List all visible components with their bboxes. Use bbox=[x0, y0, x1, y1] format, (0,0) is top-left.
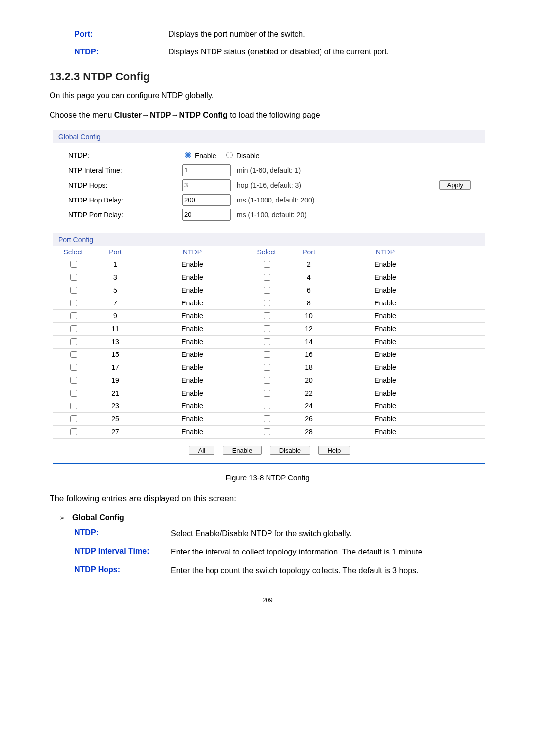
port-ntdp-status: Enable bbox=[138, 325, 247, 333]
port-select-checkbox[interactable] bbox=[70, 415, 77, 422]
port-select-checkbox[interactable] bbox=[70, 377, 77, 384]
port-number: 22 bbox=[286, 389, 331, 397]
port-ntdp-status: Enable bbox=[331, 260, 440, 268]
entry-desc: Enter the hop count the switch topology … bbox=[171, 565, 485, 576]
top-definitions: Port: Displays the port number of the sw… bbox=[50, 30, 485, 56]
port-select-checkbox[interactable] bbox=[70, 338, 77, 345]
port-ntdp-status: Enable bbox=[331, 325, 440, 333]
enable-button[interactable]: Enable bbox=[223, 446, 262, 455]
entry-term: NTDP: bbox=[74, 528, 171, 539]
def-term: Port: bbox=[50, 30, 168, 39]
entry-term: NTDP Hops: bbox=[74, 565, 171, 576]
apply-button[interactable]: Apply bbox=[439, 180, 471, 190]
port-config-header: Port Config bbox=[54, 233, 485, 246]
port-select-checkbox[interactable] bbox=[264, 377, 270, 384]
port-number: 12 bbox=[286, 325, 331, 333]
hops-input[interactable] bbox=[182, 179, 231, 191]
port-ntdp-status: Enable bbox=[331, 338, 440, 346]
entry-row: NTDP Hops: Enter the hop count the switc… bbox=[74, 565, 485, 576]
port-select-checkbox[interactable] bbox=[264, 325, 270, 332]
port-ntdp-status: Enable bbox=[331, 286, 440, 294]
gc-hint: hop (1-16, default: 3) bbox=[237, 181, 439, 189]
help-button[interactable]: Help bbox=[318, 446, 350, 455]
port-select-checkbox[interactable] bbox=[264, 364, 270, 371]
port-select-checkbox[interactable] bbox=[264, 338, 270, 345]
port-number: 9 bbox=[93, 312, 138, 320]
port-number: 10 bbox=[286, 312, 331, 320]
port-select-checkbox[interactable] bbox=[264, 390, 270, 397]
all-button[interactable]: All bbox=[189, 446, 214, 455]
port-number: 15 bbox=[93, 351, 138, 358]
entry-term: NTDP Interval Time: bbox=[74, 547, 171, 557]
ntdp-disable-radio[interactable] bbox=[226, 152, 233, 158]
port-select-checkbox[interactable] bbox=[264, 403, 270, 409]
col-port-right: Port bbox=[286, 248, 331, 256]
enable-label: Enable bbox=[195, 152, 216, 160]
table-row: 7Enable8Enable bbox=[54, 297, 485, 310]
gc-row-hop-delay: NTDP Hop Delay: ms (1-1000, default: 200… bbox=[68, 193, 485, 207]
figure-wrap: Global Config NTDP: Enable Disable NTP I… bbox=[54, 130, 485, 464]
table-row: 25Enable26Enable bbox=[54, 413, 485, 426]
disable-button[interactable]: Disable bbox=[270, 446, 310, 455]
table-row: 1Enable2Enable bbox=[54, 258, 485, 271]
port-select-checkbox[interactable] bbox=[264, 261, 270, 268]
gc-hint: ms (1-100, default: 20) bbox=[237, 211, 485, 219]
entry-row: NTDP: Select Enable/Disable NTDP for the… bbox=[74, 528, 485, 539]
port-ntdp-status: Enable bbox=[138, 363, 247, 371]
port-number: 25 bbox=[93, 415, 138, 423]
ntdp-disable-option[interactable]: Disable bbox=[224, 152, 260, 160]
port-select-checkbox[interactable] bbox=[70, 403, 77, 409]
ntdp-enable-radio[interactable] bbox=[185, 152, 191, 158]
menu-suffix: to load the following page. bbox=[228, 111, 322, 119]
port-select-checkbox[interactable] bbox=[264, 287, 270, 294]
port-ntdp-status: Enable bbox=[331, 376, 440, 384]
port-select-checkbox[interactable] bbox=[264, 428, 270, 435]
ntdp-enable-option[interactable]: Enable bbox=[182, 152, 216, 160]
port-select-checkbox[interactable] bbox=[70, 364, 77, 371]
port-select-checkbox[interactable] bbox=[70, 428, 77, 435]
port-select-checkbox[interactable] bbox=[70, 287, 77, 294]
port-select-checkbox[interactable] bbox=[70, 312, 77, 319]
port-select-checkbox[interactable] bbox=[264, 312, 270, 319]
port-number: 7 bbox=[93, 299, 138, 307]
port-select-checkbox[interactable] bbox=[70, 274, 77, 281]
port-number: 21 bbox=[93, 389, 138, 397]
gc-row-hops: NTDP Hops: hop (1-16, default: 3) Apply bbox=[68, 178, 485, 193]
global-config-header: Global Config bbox=[54, 130, 485, 143]
hop-delay-input[interactable] bbox=[182, 194, 231, 206]
disable-label: Disable bbox=[236, 152, 260, 160]
port-select-checkbox[interactable] bbox=[264, 300, 270, 306]
menu-prefix: Choose the menu bbox=[50, 111, 114, 119]
port-select-checkbox[interactable] bbox=[70, 300, 77, 306]
gc-label: NTDP Hops: bbox=[68, 181, 182, 189]
port-select-checkbox[interactable] bbox=[264, 415, 270, 422]
port-ntdp-status: Enable bbox=[138, 351, 247, 358]
port-number: 3 bbox=[93, 273, 138, 281]
interval-input[interactable] bbox=[182, 164, 231, 176]
port-number: 11 bbox=[93, 325, 138, 333]
gc-row-port-delay: NTDP Port Delay: ms (1-100, default: 20) bbox=[68, 207, 485, 222]
table-row: 11Enable12Enable bbox=[54, 323, 485, 336]
table-row: 19Enable20Enable bbox=[54, 374, 485, 387]
port-ntdp-status: Enable bbox=[138, 402, 247, 410]
port-table-head: Select Port NTDP Select Port NTDP bbox=[54, 246, 485, 258]
table-row: 3Enable4Enable bbox=[54, 271, 485, 284]
port-number: 28 bbox=[286, 428, 331, 436]
port-actions: All Enable Disable Help bbox=[54, 446, 485, 455]
port-select-checkbox[interactable] bbox=[264, 351, 270, 358]
gc-label: NTDP Hop Delay: bbox=[68, 196, 182, 204]
port-select-checkbox[interactable] bbox=[70, 325, 77, 332]
table-row: 5Enable6Enable bbox=[54, 284, 485, 297]
port-ntdp-status: Enable bbox=[138, 273, 247, 281]
port-select-checkbox[interactable] bbox=[264, 274, 270, 281]
col-ntdp-left: NTDP bbox=[138, 248, 247, 256]
port-select-checkbox[interactable] bbox=[70, 351, 77, 358]
port-ntdp-status: Enable bbox=[138, 415, 247, 423]
port-ntdp-status: Enable bbox=[331, 389, 440, 397]
port-number: 1 bbox=[93, 260, 138, 268]
port-select-checkbox[interactable] bbox=[70, 261, 77, 268]
port-select-checkbox[interactable] bbox=[70, 390, 77, 397]
port-number: 17 bbox=[93, 363, 138, 371]
port-ntdp-status: Enable bbox=[138, 338, 247, 346]
port-delay-input[interactable] bbox=[182, 209, 231, 221]
